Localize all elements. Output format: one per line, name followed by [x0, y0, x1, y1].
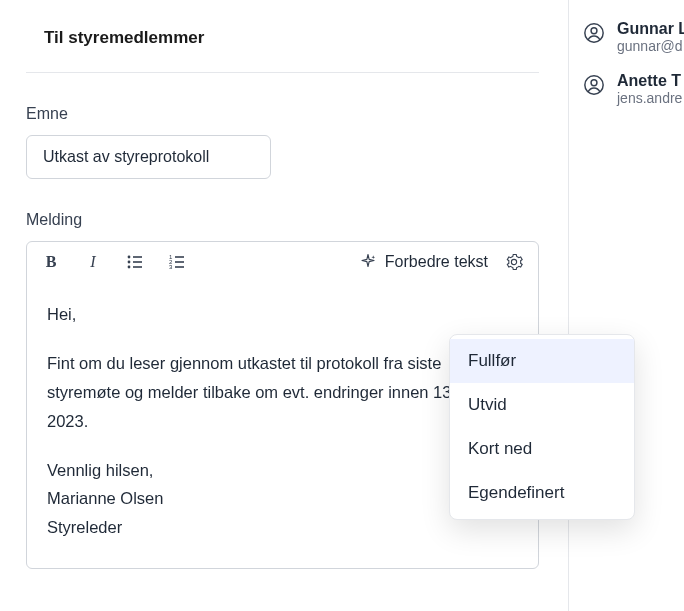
- numbered-list-icon: 1 2 3: [168, 253, 186, 271]
- contact-email: gunnar@d: [617, 38, 684, 54]
- improve-text-button[interactable]: Forbedre tekst: [359, 253, 488, 271]
- svg-rect-11: [175, 266, 184, 268]
- improve-text-menu: Fullfør Utvid Kort ned Egendefinert: [449, 334, 635, 520]
- editor-line: Vennlig hilsen,: [47, 456, 518, 485]
- svg-rect-1: [133, 256, 142, 258]
- editor-line: Hei,: [47, 300, 518, 329]
- svg-rect-5: [133, 266, 142, 268]
- contact-name: Gunnar L: [617, 20, 684, 38]
- svg-point-0: [128, 256, 131, 259]
- subject-label: Emne: [26, 105, 539, 123]
- person-icon: [583, 74, 605, 96]
- recipients-header: Til styremedlemmer: [26, 20, 539, 73]
- menu-item-expand[interactable]: Utvid: [450, 383, 634, 427]
- message-label: Melding: [26, 211, 539, 229]
- svg-point-2: [128, 261, 131, 264]
- menu-item-complete[interactable]: Fullfør: [450, 339, 634, 383]
- svg-rect-7: [175, 256, 184, 258]
- contact-email: jens.andre: [617, 90, 682, 106]
- editor-line: Marianne Olsen: [47, 484, 518, 513]
- numbered-list-button[interactable]: 1 2 3: [167, 252, 187, 272]
- bullet-list-button[interactable]: [125, 252, 145, 272]
- person-icon: [583, 22, 605, 44]
- bullet-list-icon: [126, 253, 144, 271]
- subject-input[interactable]: [26, 135, 271, 179]
- svg-text:3: 3: [169, 264, 173, 270]
- menu-item-custom[interactable]: Egendefinert: [450, 471, 634, 515]
- svg-rect-3: [133, 261, 142, 263]
- editor-line: Styreleder: [47, 513, 518, 542]
- settings-button[interactable]: [504, 252, 524, 272]
- contact-item[interactable]: Anette T jens.andre: [583, 72, 684, 106]
- svg-point-4: [128, 266, 131, 269]
- contact-name: Anette T: [617, 72, 682, 90]
- editor-line: Fint om du leser gjennom utkastet til pr…: [47, 349, 518, 436]
- editor-toolbar: B I 1 2: [27, 242, 538, 282]
- svg-point-15: [591, 80, 597, 86]
- improve-text-label: Forbedre tekst: [385, 253, 488, 271]
- svg-rect-9: [175, 261, 184, 263]
- gear-icon: [505, 253, 523, 271]
- svg-point-13: [591, 28, 597, 34]
- contact-item[interactable]: Gunnar L gunnar@d: [583, 20, 684, 54]
- bold-button[interactable]: B: [41, 252, 61, 272]
- italic-button[interactable]: I: [83, 252, 103, 272]
- sparkle-icon: [359, 253, 377, 271]
- menu-item-shorten[interactable]: Kort ned: [450, 427, 634, 471]
